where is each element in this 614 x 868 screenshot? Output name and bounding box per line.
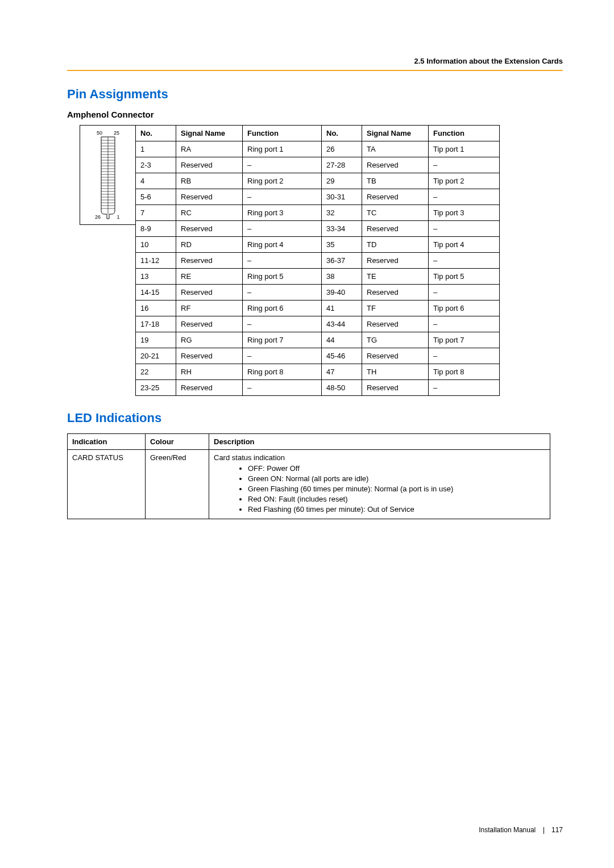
pin-assignment-table: No. Signal Name Function No. Signal Name… bbox=[135, 125, 500, 396]
cell: – bbox=[243, 189, 322, 205]
cell: Tip port 2 bbox=[429, 173, 500, 189]
cell: Reserved bbox=[362, 316, 429, 332]
heading-led-indications: LED Indications bbox=[67, 411, 563, 425]
col-no: No. bbox=[136, 126, 176, 141]
cell: 48-50 bbox=[322, 380, 362, 396]
list-item: Red Flashing (60 times per minute): Out … bbox=[248, 505, 545, 514]
table-row: 23-25Reserved–48-50Reserved– bbox=[136, 380, 500, 396]
cell: TB bbox=[362, 173, 429, 189]
cell: Ring port 3 bbox=[243, 205, 322, 221]
footer-separator bbox=[544, 827, 544, 834]
cell: TC bbox=[362, 205, 429, 221]
cell: Tip port 8 bbox=[429, 364, 500, 380]
cell: 16 bbox=[136, 301, 176, 316]
cell: 38 bbox=[322, 269, 362, 285]
table-row: 10RDRing port 435TDTip port 4 bbox=[136, 237, 500, 253]
footer-book: Installation Manual bbox=[479, 826, 536, 834]
table-row: 8-9Reserved–33-34Reserved– bbox=[136, 221, 500, 237]
cell: Ring port 7 bbox=[243, 332, 322, 348]
cell: 35 bbox=[322, 237, 362, 253]
cell: – bbox=[429, 348, 500, 364]
table-row: 14-15Reserved–39-40Reserved– bbox=[136, 285, 500, 301]
list-item: Green ON: Normal (all ports are idle) bbox=[248, 474, 545, 483]
svg-text:1: 1 bbox=[117, 214, 119, 220]
cell-colour: Green/Red bbox=[146, 450, 209, 519]
table-row: 2-3Reserved–27-28Reserved– bbox=[136, 157, 500, 173]
cell: RC bbox=[176, 205, 243, 221]
cell: 44 bbox=[322, 332, 362, 348]
cell: Ring port 5 bbox=[243, 269, 322, 285]
cell: RG bbox=[176, 332, 243, 348]
cell: 47 bbox=[322, 364, 362, 380]
heading-pin-assignments: Pin Assignments bbox=[67, 87, 563, 102]
pin-assignment-block: 50 25 bbox=[80, 125, 563, 396]
cell: 19 bbox=[136, 332, 176, 348]
svg-text:26: 26 bbox=[94, 214, 100, 220]
cell: – bbox=[243, 157, 322, 173]
cell: Reserved bbox=[176, 380, 243, 396]
cell: – bbox=[243, 285, 322, 301]
svg-text:50: 50 bbox=[96, 130, 102, 136]
cell: 20-21 bbox=[136, 348, 176, 364]
cell: Reserved bbox=[176, 221, 243, 237]
cell: 10 bbox=[136, 237, 176, 253]
cell: 22 bbox=[136, 364, 176, 380]
cell: – bbox=[429, 221, 500, 237]
cell: Ring port 2 bbox=[243, 173, 322, 189]
cell: Tip port 7 bbox=[429, 332, 500, 348]
cell: TA bbox=[362, 141, 429, 157]
cell: Tip port 1 bbox=[429, 141, 500, 157]
cell: 32 bbox=[322, 205, 362, 221]
cell: 13 bbox=[136, 269, 176, 285]
cell: Ring port 1 bbox=[243, 141, 322, 157]
cell: RB bbox=[176, 173, 243, 189]
table-row: 4RBRing port 229TBTip port 2 bbox=[136, 173, 500, 189]
cell: Reserved bbox=[176, 316, 243, 332]
cell: RD bbox=[176, 237, 243, 253]
footer-page: 117 bbox=[551, 826, 563, 834]
cell: Tip port 5 bbox=[429, 269, 500, 285]
cell: 17-18 bbox=[136, 316, 176, 332]
table-header-row: No. Signal Name Function No. Signal Name… bbox=[136, 126, 500, 141]
cell: 11-12 bbox=[136, 253, 176, 269]
col-description: Description bbox=[209, 434, 550, 450]
cell: – bbox=[243, 380, 322, 396]
section-header: 2.5 Information about the Extension Card… bbox=[67, 57, 563, 65]
cell: – bbox=[429, 285, 500, 301]
table-row: 7RCRing port 332TCTip port 3 bbox=[136, 205, 500, 221]
cell: 41 bbox=[322, 301, 362, 316]
cell: TG bbox=[362, 332, 429, 348]
cell: Ring port 8 bbox=[243, 364, 322, 380]
connector-diagram-cell: 50 25 bbox=[80, 125, 135, 225]
divider-orange bbox=[67, 70, 563, 71]
table-row: 13RERing port 538TETip port 5 bbox=[136, 269, 500, 285]
list-item: Red ON: Fault (includes reset) bbox=[248, 495, 545, 503]
table-row: 22RHRing port 847THTip port 8 bbox=[136, 364, 500, 380]
cell: TH bbox=[362, 364, 429, 380]
cell: – bbox=[243, 316, 322, 332]
cell: RH bbox=[176, 364, 243, 380]
cell: Reserved bbox=[362, 285, 429, 301]
cell: 43-44 bbox=[322, 316, 362, 332]
cell: RE bbox=[176, 269, 243, 285]
cell: 5-6 bbox=[136, 189, 176, 205]
col-colour: Colour bbox=[146, 434, 209, 450]
heading-amphenol: Amphenol Connector bbox=[67, 110, 563, 119]
cell: – bbox=[243, 348, 322, 364]
table-row: 16RFRing port 641TFTip port 6 bbox=[136, 301, 500, 316]
table-row: 11-12Reserved–36-37Reserved– bbox=[136, 253, 500, 269]
cell: – bbox=[243, 253, 322, 269]
cell: 23-25 bbox=[136, 380, 176, 396]
table-row: 20-21Reserved–45-46Reserved– bbox=[136, 348, 500, 364]
cell: Reserved bbox=[176, 348, 243, 364]
cell: 1 bbox=[136, 141, 176, 157]
cell: 45-46 bbox=[322, 348, 362, 364]
cell: Reserved bbox=[362, 380, 429, 396]
cell: – bbox=[429, 316, 500, 332]
cell: – bbox=[429, 380, 500, 396]
cell: Reserved bbox=[176, 253, 243, 269]
cell: 7 bbox=[136, 205, 176, 221]
svg-text:25: 25 bbox=[113, 130, 119, 136]
cell: 2-3 bbox=[136, 157, 176, 173]
cell: 27-28 bbox=[322, 157, 362, 173]
